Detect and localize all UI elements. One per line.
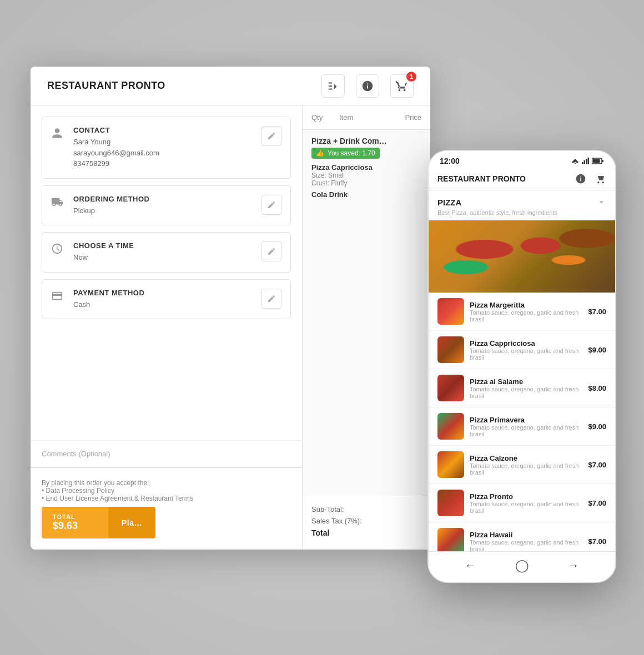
ordering-method-section: ORDERING METHOD Pickup [42, 185, 291, 226]
subtotal-row: Sub-Total: [311, 505, 421, 513]
battery-icon [592, 158, 604, 164]
payment-method-edit-btn[interactable] [261, 289, 281, 309]
svg-rect-5 [586, 159, 587, 164]
phone-status-bar: 12:00 [429, 151, 615, 169]
menu-item-thumbnail [437, 375, 464, 401]
phone-cart-icon[interactable] [595, 173, 606, 184]
menu-item-desc: Tomato sauce, oregano, garlic and fresh … [470, 501, 582, 514]
menu-item-name: Pizza Calzone [470, 454, 582, 462]
choose-time-section: CHOOSE A TIME Now [42, 232, 291, 273]
right-panel: Qty Item Price Pizza + Drink Com… 👍 You … [303, 105, 430, 550]
comments-section: Comments (Optional) [31, 440, 302, 467]
window-header: RESTAURANT PRONTO 1 [31, 67, 430, 105]
menu-item-info: Pizza al Salame Tomato sauce, oregano, g… [470, 377, 582, 399]
menu-item-desc: Tomato sauce, oregano, garlic and fresh … [470, 347, 582, 361]
cart-icon-btn[interactable]: 1 [390, 74, 414, 98]
total-row-label: Total [311, 528, 329, 537]
phone-menu-item[interactable]: Pizza Margeritta Tomato sauce, oregano, … [429, 293, 615, 331]
choose-time-value: Now [73, 252, 261, 263]
phone-info-icon[interactable] [575, 173, 586, 184]
payment-method-value: Cash [73, 299, 261, 310]
svg-rect-6 [588, 158, 590, 164]
menu-item-desc: Tomato sauce, oregano, garlic and fresh … [470, 424, 582, 437]
menu-item-desc: Tomato sauce, oregano, garlic and fresh … [470, 462, 582, 476]
phone-category-subtitle: Best Pizza, authentic style, fresh ingre… [429, 209, 615, 220]
menu-item-info: Pizza Margeritta Tomato sauce, oregano, … [470, 301, 582, 323]
nav-back-btn[interactable]: ← [465, 558, 477, 573]
contact-label: CONTACT [73, 126, 261, 134]
menu-item-price: $7.00 [588, 537, 606, 546]
phone-menu-item[interactable]: Pizza al Salame Tomato sauce, oregano, g… [429, 369, 615, 407]
menu-item-thumbnail [437, 336, 464, 363]
ordering-method-edit-btn[interactable] [261, 195, 281, 215]
left-panel: CONTACT Sara Young sarayoung646@gmail.co… [31, 105, 303, 550]
delivery-icon-wrap [51, 196, 67, 210]
edit-icon-4 [267, 294, 276, 303]
total-label: TOTAL [53, 513, 97, 520]
phone-app-title: RESTAURANT PRONTO [437, 174, 526, 183]
choose-time-label: CHOOSE A TIME [73, 241, 261, 250]
mobile-phone: 12:00 RESTAURANT PRONTO [427, 150, 616, 583]
info-icon [361, 80, 374, 92]
clock-icon [51, 243, 63, 255]
col-item-header: Item [339, 113, 405, 122]
phone-menu-item[interactable]: Pizza Pronto Tomato sauce, oregano, garl… [429, 484, 615, 522]
menu-item-name: Pizza Margeritta [470, 301, 582, 309]
phone-menu-item[interactable]: Pizza Primavera Tomato sauce, oregano, g… [429, 407, 615, 446]
contact-edit-btn[interactable] [261, 126, 281, 146]
nav-forward-btn[interactable]: → [567, 558, 580, 573]
order-items-list: Pizza + Drink Com… 👍 You saved: 1.70 Piz… [303, 130, 430, 496]
svg-rect-8 [602, 160, 604, 162]
window-footer: By placing this order you accept the: Da… [31, 467, 302, 550]
info-icon-btn[interactable] [356, 74, 379, 98]
menu-item-name: Pizza al Salame [470, 377, 582, 386]
choose-time-edit-btn[interactable] [261, 241, 281, 261]
edit-icon-3 [267, 247, 276, 256]
col-qty-header: Qty [311, 113, 339, 122]
desktop-window: RESTAURANT PRONTO 1 [31, 67, 430, 550]
nav-home-btn[interactable]: ◯ [515, 558, 529, 573]
credit-card-icon [51, 290, 63, 302]
menu-icon-btn[interactable] [321, 74, 345, 98]
ordering-method-value: Pickup [73, 205, 261, 216]
menu-item-price: $8.00 [588, 384, 606, 392]
svg-rect-9 [593, 159, 600, 163]
signal-icon [582, 158, 590, 164]
menu-item-thumbnail [437, 413, 464, 440]
menu-item-name: Pizza Hawaii [470, 531, 582, 539]
delivery-icon [51, 196, 63, 208]
contact-content: CONTACT Sara Young sarayoung646@gmail.co… [73, 126, 261, 169]
menu-item-name: Pizza Cappricciosa [470, 339, 582, 347]
ordering-method-label: ORDERING METHOD [73, 195, 261, 203]
payment-method-section: PAYMENT METHOD Cash [42, 279, 291, 320]
phone-nav-bar: ← ◯ → [429, 551, 615, 582]
menu-item-thumbnail [437, 490, 464, 516]
svg-rect-4 [584, 160, 586, 164]
order-totals: Sub-Total: Sales Tax (7%): Total [303, 496, 430, 550]
phone-menu-item[interactable]: Pizza Cappricciosa Tomato sauce, oregano… [429, 331, 615, 369]
terms-text: By placing this order you accept the: Da… [42, 479, 291, 502]
phone-menu-item[interactable]: Pizza Calzone Tomato sauce, oregano, gar… [429, 446, 615, 484]
menu-item-thumbnail [437, 298, 464, 325]
contact-section: CONTACT Sara Young sarayoung646@gmail.co… [42, 117, 291, 179]
comments-label: Comments (Optional) [42, 450, 291, 458]
combo-name: Pizza + Drink Com… [311, 137, 421, 145]
window-content: CONTACT Sara Young sarayoung646@gmail.co… [31, 105, 430, 550]
svg-rect-3 [582, 162, 583, 164]
ordering-method-content: ORDERING METHOD Pickup [73, 195, 261, 216]
phone-category-title: PIZZA [437, 198, 461, 207]
cola-name: Cola Drink [311, 190, 421, 199]
pizza-image [429, 220, 615, 293]
choose-time-content: CHOOSE A TIME Now [73, 241, 261, 263]
dropdown-icon[interactable] [596, 197, 606, 207]
total-amount: $9.63 [53, 520, 97, 532]
svg-point-2 [575, 163, 576, 164]
pizza-hero-image [429, 220, 615, 293]
pizza-detail-2: Crust: Fluffy [311, 179, 421, 187]
subtotal-label: Sub-Total: [311, 505, 344, 513]
menu-icon [327, 80, 339, 92]
contact-phone: 834758299 [73, 158, 261, 169]
menu-item-price: $7.00 [588, 461, 606, 469]
pizza-detail-1: Size: Small [311, 172, 421, 179]
place-order-btn[interactable]: Pla… [108, 507, 155, 538]
